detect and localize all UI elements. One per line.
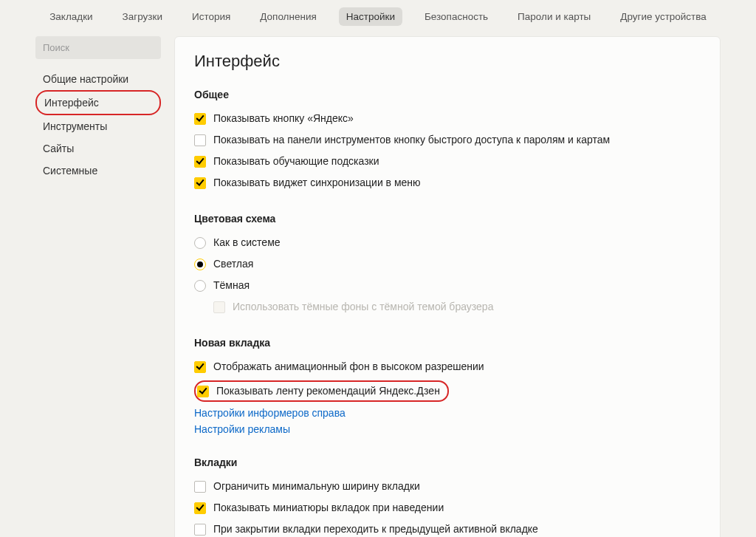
tab-bookmarks[interactable]: Закладки <box>42 7 100 26</box>
tab-security[interactable]: Безопасность <box>417 7 495 26</box>
label-system: Как в системе <box>213 235 281 250</box>
label-passwords-quick: Показывать на панели инструментов кнопку… <box>213 132 610 148</box>
checkbox-thumbs[interactable] <box>194 502 206 514</box>
label-anim-bg: Отображать анимационный фон в высоком ра… <box>213 359 484 374</box>
link-informers[interactable]: Настройки информеров справа <box>194 405 701 421</box>
label-prev-active: При закрытии вкладки переходить к предыд… <box>213 521 538 537</box>
label-dark-bg: Использовать тёмные фоны с тёмной темой … <box>233 299 493 315</box>
label-sync-widget: Показывать виджет синхронизации в меню <box>213 175 421 191</box>
tab-passwords[interactable]: Пароли и карты <box>510 7 598 26</box>
radio-system[interactable] <box>194 237 206 249</box>
section-color-title: Цветовая схема <box>194 213 701 225</box>
sidebar-item-tools[interactable]: Инструменты <box>35 115 161 137</box>
checkbox-min-width[interactable] <box>194 481 206 493</box>
sidebar-item-interface[interactable]: Интерфейс <box>35 90 161 115</box>
checkbox-sync-widget[interactable] <box>194 177 206 189</box>
top-nav: Закладки Загрузки История Дополнения Нас… <box>0 0 756 36</box>
page-title: Интерфейс <box>194 52 701 71</box>
tab-addons[interactable]: Дополнения <box>252 7 323 26</box>
sidebar: Поиск Общие настройки Интерфейс Инструме… <box>35 36 161 182</box>
section-general-title: Общее <box>194 89 701 100</box>
tab-downloads[interactable]: Загрузки <box>115 7 170 26</box>
tab-settings[interactable]: Настройки <box>339 7 402 26</box>
checkbox-anim-bg[interactable] <box>194 361 206 373</box>
checkbox-dark-bg <box>213 301 225 313</box>
label-hints: Показывать обучающие подсказки <box>213 154 379 169</box>
link-ads[interactable]: Настройки рекламы <box>194 421 701 437</box>
sidebar-item-general[interactable]: Общие настройки <box>35 68 161 90</box>
search-input[interactable]: Поиск <box>35 36 161 59</box>
label-light: Светлая <box>213 256 253 272</box>
sidebar-item-sites[interactable]: Сайты <box>35 137 161 160</box>
label-thumbs: Показывать миниатюры вкладок при наведен… <box>213 500 444 516</box>
label-yandex-button: Показывать кнопку «Яндекс» <box>213 111 354 126</box>
sidebar-item-system[interactable]: Системные <box>35 160 161 182</box>
section-tabs-title: Вкладки <box>194 456 701 468</box>
checkbox-prev-active[interactable] <box>194 524 206 536</box>
label-zen-feed: Показывать ленту рекомендаций Яндекс.Дзе… <box>216 383 440 399</box>
highlight-zen-feed: Показывать ленту рекомендаций Яндекс.Дзе… <box>194 380 449 402</box>
label-min-width: Ограничить минимальную ширину вкладки <box>213 479 420 494</box>
checkbox-yandex-button[interactable] <box>194 113 206 125</box>
section-newtab-title: Новая вкладка <box>194 337 701 349</box>
tab-history[interactable]: История <box>185 7 238 26</box>
tab-devices[interactable]: Другие устройства <box>613 7 714 26</box>
content-panel: Интерфейс Общее Показывать кнопку «Яндек… <box>174 36 721 537</box>
checkbox-hints[interactable] <box>194 156 206 168</box>
radio-light[interactable] <box>194 259 206 270</box>
radio-dark[interactable] <box>194 280 206 292</box>
checkbox-passwords-quick[interactable] <box>194 134 206 146</box>
checkbox-zen-feed[interactable] <box>197 386 209 397</box>
label-dark: Тёмная <box>213 278 250 293</box>
